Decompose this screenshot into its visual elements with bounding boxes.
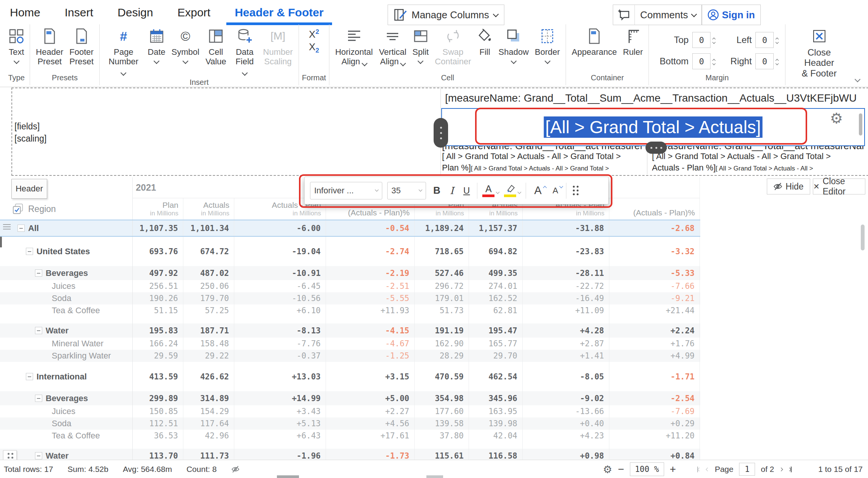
- sign-in-button[interactable]: Sign in: [702, 5, 761, 25]
- italic-button[interactable]: I: [448, 185, 456, 196]
- manage-columns-button[interactable]: Manage Columns: [388, 5, 504, 25]
- selected-header-text[interactable]: [All > Grand Total > Actuals]: [544, 116, 763, 138]
- section-drag-handle[interactable]: [434, 118, 448, 148]
- symbol-button[interactable]: © Symbol: [169, 27, 202, 64]
- vertical-align-button[interactable]: Vertical Align: [376, 27, 409, 67]
- stepper-up-icon[interactable]: [776, 38, 779, 41]
- expand-toggle[interactable]: [35, 452, 42, 459]
- page-number-button[interactable]: # Page Number: [103, 27, 144, 76]
- margin-right-stepper[interactable]: 0: [755, 53, 778, 69]
- last-page-button[interactable]: [788, 467, 792, 472]
- data-field-button[interactable]: Data Field: [230, 27, 260, 76]
- table-row[interactable]: International413.59426.62+13.03+3.15470.…: [0, 369, 700, 384]
- table-row[interactable]: Water195.83187.71-8.13-4.15191.19195.47+…: [0, 323, 700, 338]
- eye-off-icon[interactable]: [231, 465, 240, 473]
- expand-toggle[interactable]: [35, 269, 42, 277]
- expand-toggle[interactable]: [17, 225, 25, 232]
- border-button[interactable]: Border: [532, 27, 563, 64]
- hide-button[interactable]: Hide: [767, 178, 810, 194]
- add-comment-icon[interactable]: [613, 5, 635, 25]
- collapse-ribbon-icon[interactable]: [855, 76, 861, 83]
- header-left-section[interactable]: [fields] [scaling]: [14, 120, 46, 145]
- stepper-down-icon[interactable]: [712, 41, 715, 44]
- stepper-down-icon[interactable]: [776, 62, 779, 65]
- table-row[interactable]: Sparkling Water29.5929.22-0.37-1.2528.29…: [0, 350, 700, 362]
- first-page-button[interactable]: [697, 467, 701, 472]
- prev-page-button[interactable]: [706, 468, 709, 471]
- row-resize-bar[interactable]: [0, 237, 2, 247]
- expand-toggle[interactable]: [35, 395, 42, 402]
- stepper-down-icon[interactable]: [776, 41, 779, 44]
- row-drag-icon[interactable]: [3, 224, 11, 229]
- table-row[interactable]: All1,107.351,101.34-6.00-0.541,189.241,1…: [0, 220, 700, 237]
- table-row[interactable]: Tea & Coffee36.5342.96+6.43+17.6137.8042…: [0, 430, 700, 442]
- shadow-button[interactable]: Shadow: [496, 27, 532, 64]
- shrink-font-button[interactable]: A: [550, 186, 561, 196]
- font-size-dropdown[interactable]: 35: [387, 182, 426, 199]
- horizontal-align-button[interactable]: Horizontal Align: [332, 27, 375, 67]
- close-editor-button[interactable]: ✕ Close Editor: [813, 178, 865, 194]
- tab-header-footer[interactable]: Header & Footer: [235, 6, 323, 23]
- table-row[interactable]: Soda112.51117.64+5.13+4.56139.58139.98+0…: [0, 417, 700, 430]
- zoom-out-button[interactable]: −: [618, 463, 624, 475]
- margin-left-stepper[interactable]: 0: [755, 32, 778, 48]
- underline-button[interactable]: U: [461, 185, 472, 196]
- header-tab-badge[interactable]: Header: [11, 179, 47, 199]
- comments-button[interactable]: Comments: [613, 5, 702, 25]
- region-column-header[interactable]: Region: [0, 198, 133, 220]
- stepper-up-icon[interactable]: [712, 38, 715, 41]
- zoom-in-button[interactable]: +: [670, 463, 676, 475]
- expand-toggle[interactable]: [26, 248, 33, 255]
- header-subcolumn-right[interactable]: [ All > Grand Total > Actuals - All > Gr…: [652, 151, 868, 174]
- header-subcolumn-left[interactable]: [ All > Grand Total > Actuals - All > Gr…: [442, 151, 646, 174]
- subcolumn-drag-handle[interactable]: [645, 142, 667, 154]
- column-header[interactable]: Planin Millions: [133, 198, 183, 220]
- table-row[interactable]: Beverages299.89314.89+14.99+5.00354.9834…: [0, 391, 700, 405]
- tab-insert[interactable]: Insert: [65, 6, 93, 23]
- date-button[interactable]: Date: [145, 27, 168, 64]
- highlight-color-button[interactable]: [504, 184, 521, 197]
- table-row[interactable]: Tea & Coffee51.1557.25+6.10+11.9351.7362…: [0, 304, 700, 317]
- editor-scrollbar-thumb[interactable]: [859, 113, 862, 135]
- tab-design[interactable]: Design: [118, 6, 153, 23]
- horizontal-scrollbar-thumb[interactable]: [426, 475, 443, 478]
- gear-icon[interactable]: ⚙: [830, 111, 843, 126]
- subscript-button[interactable]: X2: [309, 41, 319, 54]
- table-row[interactable]: Mineral Water166.24158.48-7.76-4.67162.9…: [0, 338, 700, 350]
- page-input[interactable]: 1: [739, 463, 755, 476]
- column-header[interactable]: (Actuals - Plan)%: [609, 198, 700, 220]
- stepper-up-icon[interactable]: [712, 59, 715, 62]
- text-type-button[interactable]: Text: [6, 27, 27, 64]
- margin-bottom-stepper[interactable]: 0: [692, 53, 715, 69]
- column-header[interactable]: Actualsin Millions: [183, 198, 234, 220]
- split-button[interactable]: Split: [410, 27, 431, 64]
- appearance-button[interactable]: Appearance: [569, 27, 620, 57]
- close-header-footer-button[interactable]: Close Header & Footer: [789, 27, 850, 79]
- header-text-editor[interactable]: [All > Grand Total > Actuals] ⚙: [441, 108, 865, 146]
- table-row[interactable]: United States693.76674.72-19.04-2.74718.…: [0, 244, 700, 259]
- expand-toggle[interactable]: [35, 327, 42, 334]
- tab-export[interactable]: Export: [177, 6, 210, 23]
- settings-gear-icon[interactable]: ⚙: [603, 464, 612, 475]
- toolbar-drag-handle[interactable]: [573, 186, 579, 196]
- margin-top-stepper[interactable]: 0: [692, 32, 715, 48]
- bold-button[interactable]: B: [431, 185, 443, 196]
- ruler-button[interactable]: Ruler: [620, 27, 646, 57]
- table-row[interactable]: Beverages497.92487.02-10.91-2.19527.4649…: [0, 266, 700, 280]
- stepper-down-icon[interactable]: [712, 62, 715, 65]
- expand-toggle[interactable]: [26, 373, 33, 380]
- region-checkbox-icon[interactable]: [12, 203, 24, 215]
- next-page-button[interactable]: [780, 468, 782, 471]
- table-row[interactable]: Soda190.26179.70-10.56-5.55179.01162.52-…: [0, 292, 700, 304]
- footer-preset-button[interactable]: Footer Preset: [67, 27, 97, 67]
- superscript-button[interactable]: X2: [309, 28, 319, 40]
- header-preset-button[interactable]: Header Preset: [33, 27, 66, 67]
- horizontal-scrollbar-thumb[interactable]: [277, 475, 299, 478]
- stepper-up-icon[interactable]: [776, 59, 779, 62]
- table-scrollbar-thumb[interactable]: [861, 225, 865, 250]
- grow-font-button[interactable]: A: [531, 184, 544, 197]
- fill-button[interactable]: Fill: [475, 27, 495, 57]
- table-row[interactable]: Juices150.85154.29+3.43+2.27177.60163.95…: [0, 405, 700, 417]
- font-color-button[interactable]: A: [482, 184, 499, 197]
- table-row[interactable]: Juices256.51250.06-6.45-2.51296.72274.01…: [0, 280, 700, 292]
